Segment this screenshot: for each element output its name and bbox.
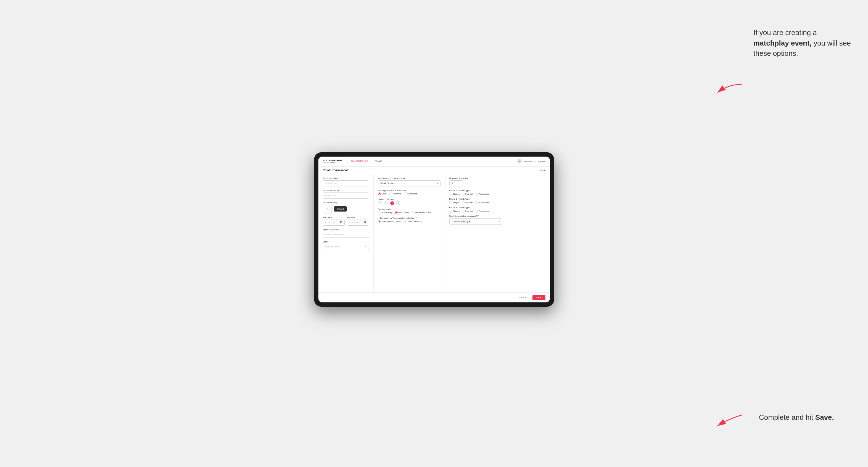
end-date-label: End date <box>347 216 369 219</box>
round2-singles-radio[interactable] <box>449 201 452 204</box>
rounds-label: Number of rounds <box>378 198 441 200</box>
navigation: SCOREBOARD Powered by clippit TOURNAMENT… <box>318 157 550 166</box>
round1-foursomes[interactable]: Foursomes <box>475 193 489 195</box>
round-4[interactable]: 4 <box>396 201 400 205</box>
round-1[interactable]: 1 <box>378 201 382 205</box>
event-individuals[interactable]: Individuals Only <box>403 220 422 223</box>
scoring-match-play[interactable]: Match Play <box>395 211 409 214</box>
end-date-input[interactable]: Pick a date 📅 <box>347 220 369 226</box>
scoring-api-arrow: ▾ <box>499 220 500 223</box>
tournament-logo-group: Tournament logo ⊞ Upload <box>323 201 369 214</box>
tournament-host-label: Tournament Host <box>323 177 369 180</box>
division-select[interactable]: NCAA Division I ▾ <box>378 180 441 186</box>
scoring-medal-radio[interactable] <box>411 211 414 214</box>
end-date-placeholder: Pick a date <box>349 221 359 223</box>
left-column: Tournament Host Search team Tournament n… <box>318 174 374 292</box>
round3-foursomes-radio[interactable] <box>475 210 478 213</box>
venue-placeholder: Search golf club <box>325 246 365 248</box>
round1-fourball[interactable]: Fourball <box>462 193 473 195</box>
round3-fourball-radio[interactable] <box>462 210 465 213</box>
top-right-annotation: If you are creating a matchplay event, y… <box>753 28 853 59</box>
gender-womens[interactable]: Womens <box>390 192 401 195</box>
scoring-api-select[interactable]: Leaderboard King ✕ ▾ <box>449 218 502 224</box>
arrow-1 <box>712 82 745 99</box>
scoring-api-value: Leaderboard King <box>453 220 468 222</box>
tab-teams[interactable]: TEAMS <box>371 157 385 166</box>
gender-womens-radio[interactable] <box>390 192 392 195</box>
tablet-screen: SCOREBOARD Powered by clippit TOURNAMENT… <box>318 157 550 302</box>
scoring-stroke-play[interactable]: Stroke Play <box>378 211 392 214</box>
tournament-name-input[interactable]: Enter name <box>323 192 369 198</box>
max-team-size-input[interactable]: 5 <box>449 180 463 186</box>
round3-fourball[interactable]: Fourball <box>462 210 473 213</box>
tournament-host-placeholder: Search team <box>325 182 337 185</box>
brand-powered: Powered by <box>323 162 330 163</box>
form-footer: Cancel Save <box>318 292 550 302</box>
back-button[interactable]: ‹ Back <box>539 169 545 172</box>
tag-close-icon[interactable]: ✕ <box>469 220 470 223</box>
round1-foursomes-radio[interactable] <box>475 193 478 195</box>
image-icon: ⊞ <box>326 207 329 211</box>
round1-options: Singles Fourball Foursomes <box>449 193 502 195</box>
middle-column: Which division is the event for? NCAA Di… <box>374 174 445 292</box>
division-label: Which division is the event for? <box>378 177 441 180</box>
gender-combined-radio[interactable] <box>404 192 406 195</box>
user-avatar: T <box>517 159 522 163</box>
round2-fourball-radio[interactable] <box>462 201 465 204</box>
round2-fourball[interactable]: Fourball <box>462 201 473 204</box>
logo-upload-area: ⊞ Upload <box>323 205 369 214</box>
gender-mens[interactable]: Mens <box>378 192 386 195</box>
calendar-icon: 📅 <box>339 221 342 224</box>
venue-group: Venue Search golf club ▾ <box>323 241 369 250</box>
round2-label: Round 2 - Match Type <box>449 198 502 200</box>
scoring-api-tag: Leaderboard King ✕ <box>452 220 472 223</box>
round-3[interactable]: 3 <box>390 201 394 205</box>
round3-singles-radio[interactable] <box>449 210 452 213</box>
bottom-right-annotation: Complete and hit Save. <box>759 412 853 423</box>
round3-singles[interactable]: Singles <box>449 210 460 213</box>
event-teams-radio[interactable] <box>378 220 381 223</box>
venue-input[interactable]: Search golf club ▾ <box>323 244 369 250</box>
event-individuals-radio[interactable] <box>403 220 406 223</box>
round2-foursomes[interactable]: Foursomes <box>475 201 489 204</box>
round2-options: Singles Fourball Foursomes <box>449 201 502 204</box>
round1-label: Round 1 - Match Type <box>449 189 502 192</box>
scoring-medal-match[interactable]: Medal Match Play <box>411 211 432 214</box>
start-date-input[interactable]: Pick a date 📅 <box>323 220 345 226</box>
venue-label: Venue <box>323 241 369 243</box>
end-date-group: End date Pick a date 📅 <box>347 216 369 226</box>
logo-placeholder: ⊞ <box>323 205 332 214</box>
round2-singles[interactable]: Singles <box>449 201 460 204</box>
round1-singles[interactable]: Singles <box>449 193 460 195</box>
signout-link[interactable]: Sign out <box>538 160 546 163</box>
scoring-api-label: Use third-party live scoring API? <box>449 215 502 217</box>
scoring-match-radio[interactable] <box>395 211 398 214</box>
tab-tournaments[interactable]: TOURNAMENTS <box>348 157 371 166</box>
tournament-logo-label: Tournament logo <box>323 201 369 204</box>
gender-label: Which gender is the event for? <box>378 189 441 192</box>
sponsor-input[interactable]: Enter sponsor name <box>323 232 369 238</box>
cancel-button[interactable]: Cancel <box>516 295 530 300</box>
sponsor-placeholder: Enter sponsor name <box>325 234 344 236</box>
nav-tabs: TOURNAMENTS TEAMS <box>348 157 518 166</box>
event-type-group: Is this event for Teams and/or Individua… <box>378 217 441 223</box>
round1-singles-radio[interactable] <box>449 193 452 195</box>
gender-combined[interactable]: Combined <box>404 192 417 195</box>
gender-mens-radio[interactable] <box>378 192 381 195</box>
upload-button[interactable]: Upload <box>334 206 347 212</box>
round-2[interactable]: 2 <box>384 201 388 205</box>
page-title: Create Tournament <box>323 169 348 172</box>
round2-foursomes-radio[interactable] <box>475 201 478 204</box>
scoring-stroke-radio[interactable] <box>378 211 381 214</box>
event-teams[interactable]: Teams (+Individuals) <box>378 220 401 223</box>
scoring-system-label: Scoring system <box>378 208 441 211</box>
tournament-host-input[interactable]: Search team <box>323 180 369 186</box>
round3-foursomes[interactable]: Foursomes <box>475 210 489 213</box>
round2-match-type: Round 2 - Match Type Singles Fourball <box>449 198 502 204</box>
brand-clippit: clippit <box>331 162 335 163</box>
scoring-radio-group: Stroke Play Match Play Medal Match Play <box>378 211 441 214</box>
division-arrow-icon: ▾ <box>437 182 438 185</box>
tournament-name-group: Tournament name Enter name <box>323 189 369 198</box>
save-button[interactable]: Save <box>532 295 546 300</box>
round1-fourball-radio[interactable] <box>462 193 465 195</box>
